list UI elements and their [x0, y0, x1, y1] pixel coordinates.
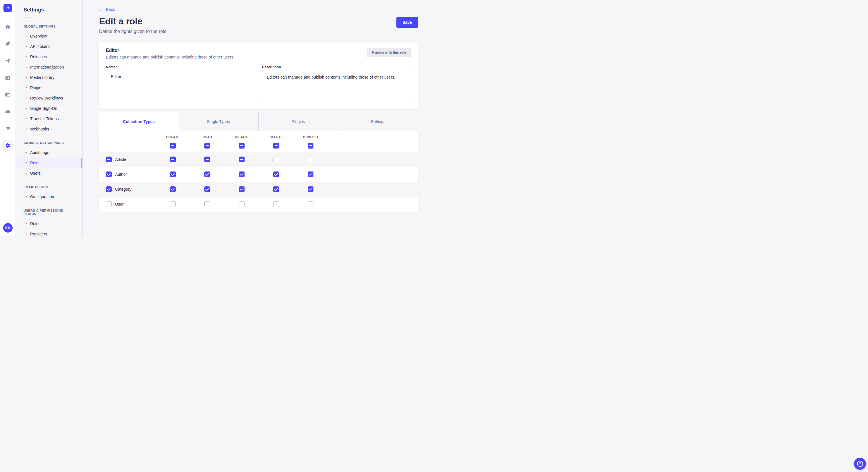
category-publish-checkbox[interactable] [308, 187, 313, 192]
author-create-checkbox[interactable] [170, 171, 176, 177]
sidebar-item-overview[interactable]: Overview [16, 31, 82, 41]
author-delete-checkbox[interactable] [273, 171, 279, 177]
home-icon[interactable] [2, 22, 13, 32]
user-create-checkbox[interactable] [170, 201, 176, 207]
row-checkbox-article[interactable] [106, 157, 112, 162]
save-button[interactable]: Save [396, 17, 418, 28]
description-field[interactable]: Editors can manage and publish contents … [262, 71, 411, 101]
sidebar-item-label: API Tokens [30, 44, 51, 49]
permission-cell [224, 171, 259, 177]
role-description-text: Editors can manage and publish contents … [106, 55, 235, 59]
sidebar-item-api-tokens[interactable]: API Tokens [16, 41, 82, 52]
page-title: Edit a role [99, 16, 166, 27]
subnav-section-label: ADMINISTRATION PANEL [16, 141, 82, 144]
permission-cell [224, 157, 259, 162]
row-checkbox-category[interactable] [106, 187, 112, 192]
select-all-update-checkbox[interactable] [239, 143, 245, 148]
permission-cell [259, 187, 293, 192]
bullet-icon [26, 233, 27, 235]
sidebar-item-internationalization[interactable]: Internationalization [16, 62, 82, 72]
sidebar-item-review-workflows[interactable]: Review Workflows [16, 93, 82, 103]
sidebar-item-label: Review Workflows [30, 96, 63, 100]
sidebar-item-audit-logs[interactable]: Audit Logs [16, 147, 82, 158]
permission-cell [293, 201, 328, 207]
author-update-checkbox[interactable] [239, 171, 245, 177]
article-publish-checkbox[interactable] [308, 157, 313, 162]
role-details-card: Editor Editors can manage and publish co… [99, 42, 418, 109]
sidebar-item-label: Roles [30, 222, 40, 226]
sidebar-item-plugins[interactable]: Plugins [16, 82, 82, 93]
tab-collection-types[interactable]: Collection Types [99, 112, 179, 131]
category-create-checkbox[interactable] [170, 187, 176, 192]
user-update-checkbox[interactable] [239, 201, 245, 207]
avatar[interactable]: KD [3, 223, 12, 233]
media-library-icon[interactable] [2, 72, 13, 83]
article-create-checkbox[interactable] [170, 157, 176, 162]
tab-settings[interactable]: Settings [338, 112, 418, 131]
article-read-checkbox[interactable] [205, 157, 210, 162]
feather-icon[interactable] [2, 38, 13, 49]
permissions-rows: ArticleAuthorCategoryUser [99, 152, 418, 212]
name-label: Name* [106, 65, 255, 69]
sidebar-item-webhooks[interactable]: Webhooks [16, 124, 82, 134]
permission-cell [156, 157, 190, 162]
user-read-checkbox[interactable] [205, 201, 210, 207]
user-publish-checkbox[interactable] [308, 201, 313, 207]
user-delete-checkbox[interactable] [273, 201, 279, 207]
subnav-title: Settings [16, 7, 82, 13]
author-publish-checkbox[interactable] [308, 171, 313, 177]
permissions-tabs: Collection TypesSingle TypesPluginsSetti… [99, 112, 418, 131]
category-update-checkbox[interactable] [239, 187, 245, 192]
rail-footer: KD [0, 220, 16, 236]
subnav-section: GLOBAL SETTINGSOverviewAPI TokensRelease… [16, 25, 82, 134]
name-field[interactable] [106, 71, 255, 82]
sidebar-item-label: Configuration [30, 194, 54, 199]
cloud-icon[interactable] [2, 106, 13, 117]
article-update-checkbox[interactable] [239, 157, 245, 162]
sidebar-item-providers[interactable]: Providers [16, 229, 82, 236]
page-subtitle: Define the rights given to the role [99, 29, 166, 34]
bullet-icon [26, 56, 27, 57]
sidebar-item-single-sign-on[interactable]: Single Sign-On [16, 103, 82, 113]
column-header-publish: PUBLISH [293, 135, 328, 139]
row-label: User [115, 202, 124, 206]
layout-icon[interactable] [2, 89, 13, 100]
row-checkbox-author[interactable] [106, 171, 112, 177]
sidebar-item-users[interactable]: Users [16, 168, 82, 178]
select-all-read-checkbox[interactable] [205, 143, 210, 148]
permission-cell [224, 187, 259, 192]
cart-icon[interactable] [2, 123, 13, 134]
strapi-logo[interactable] [3, 4, 12, 12]
author-read-checkbox[interactable] [205, 171, 210, 177]
category-read-checkbox[interactable] [205, 187, 210, 192]
permission-cell [190, 157, 224, 162]
icon-rail: KD [0, 0, 16, 236]
select-all-delete-checkbox[interactable] [273, 143, 279, 148]
select-all-publish-checkbox[interactable] [308, 143, 313, 148]
article-delete-checkbox[interactable] [273, 157, 279, 162]
sidebar-item-roles[interactable]: Roles [16, 158, 82, 168]
permission-cell [293, 187, 328, 192]
settings-gear-icon[interactable] [2, 140, 13, 151]
sidebar-item-transfer-tokens[interactable]: Transfer Tokens [16, 113, 82, 124]
sidebar-item-media-library[interactable]: Media Library [16, 72, 82, 82]
sidebar-item-releases[interactable]: Releases [16, 52, 82, 62]
bullet-icon [26, 129, 27, 130]
tab-single-types[interactable]: Single Types [179, 112, 258, 131]
back-link[interactable]: ← Back [99, 7, 115, 12]
bullet-icon [26, 87, 27, 88]
column-checkbox-cell [293, 143, 328, 148]
column-header-delete: DELETE [259, 135, 293, 139]
paper-plane-icon[interactable] [2, 55, 13, 66]
select-all-create-checkbox[interactable] [170, 143, 176, 148]
row-checkbox-user[interactable] [106, 201, 112, 207]
permission-cell [259, 157, 293, 162]
users-with-role-button[interactable]: 0 users with this role [367, 48, 411, 57]
category-delete-checkbox[interactable] [273, 187, 279, 192]
subnav-section: ADMINISTRATION PANELAudit LogsRolesUsers [16, 141, 82, 178]
sidebar-item-roles[interactable]: Roles [16, 218, 82, 229]
sidebar-item-configuration[interactable]: Configuration [16, 192, 82, 202]
tab-plugins[interactable]: Plugins [258, 112, 338, 131]
permission-cell [293, 157, 328, 162]
bullet-icon [26, 108, 27, 109]
